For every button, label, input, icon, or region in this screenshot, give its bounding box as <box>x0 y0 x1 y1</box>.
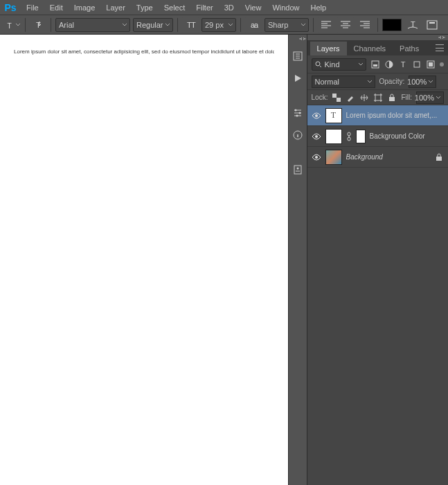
opacity-label: Opacity: <box>379 78 405 85</box>
panel-tabs: Layers Channels Paths <box>307 40 448 55</box>
opacity-input[interactable]: 100% <box>409 76 436 88</box>
font-size-icon: TT <box>182 17 199 33</box>
filter-kind-dropdown[interactable]: Kind <box>312 58 366 71</box>
menu-view[interactable]: View <box>240 0 267 15</box>
layer-name[interactable]: Background Color <box>370 132 444 140</box>
layer-row[interactable]: T Lorem ipsum dolor sit amet,... <box>307 105 448 126</box>
svg-rect-21 <box>414 62 420 67</box>
svg-point-28 <box>315 114 318 117</box>
lock-artboard-icon[interactable] <box>373 93 383 103</box>
align-left-icon[interactable] <box>318 17 334 33</box>
menu-3d[interactable]: 3D <box>219 0 240 15</box>
lock-position-icon[interactable] <box>359 93 369 103</box>
collapse-panels-icon[interactable] <box>307 35 448 40</box>
tab-channels[interactable]: Channels <box>347 42 393 55</box>
fill-value: 100% <box>415 94 434 102</box>
font-size-value: 29 px <box>205 21 224 29</box>
panel-menu-icon[interactable] <box>436 44 444 51</box>
fill-input[interactable]: 100% <box>416 91 444 104</box>
lock-row: Lock: Fill: 100% <box>307 90 448 105</box>
blend-row: Normal Opacity: 100% <box>307 73 448 90</box>
svg-rect-26 <box>375 95 381 100</box>
link-icon <box>346 132 352 141</box>
svg-point-16 <box>316 62 320 66</box>
layer-thumbnail <box>325 129 342 144</box>
menu-edit[interactable]: Edit <box>44 0 69 15</box>
canvas-text-layer[interactable]: Lorem ipsum dolor sit amet, consectetur … <box>14 48 274 55</box>
align-center-icon[interactable] <box>337 17 354 33</box>
menu-type[interactable]: Type <box>131 0 159 15</box>
svg-rect-23 <box>429 62 433 67</box>
layer-row[interactable]: Background Color <box>307 126 448 147</box>
lock-all-icon[interactable] <box>387 93 397 103</box>
menu-select[interactable]: Select <box>159 0 191 15</box>
properties-panel-icon[interactable] <box>290 162 305 177</box>
tab-paths[interactable]: Paths <box>393 42 426 55</box>
options-bar: T T Arial Regular TT 29 px aa Sharp T <box>0 15 448 35</box>
filter-shape-icon[interactable] <box>412 60 422 69</box>
svg-point-10 <box>294 109 296 112</box>
character-panel-icon[interactable] <box>424 17 440 33</box>
play-panel-icon[interactable] <box>290 71 305 86</box>
expand-panels-icon[interactable] <box>289 36 306 42</box>
svg-rect-7 <box>427 21 437 29</box>
layer-mask-thumbnail <box>356 130 366 143</box>
tab-layers[interactable]: Layers <box>310 42 347 55</box>
blend-mode-value: Normal <box>315 78 339 86</box>
font-weight-value: Regular <box>136 21 163 29</box>
workspace: Lorem ipsum dolor sit amet, consectetur … <box>0 35 448 485</box>
font-weight-dropdown[interactable]: Regular <box>133 18 173 32</box>
align-right-icon[interactable] <box>357 17 373 33</box>
menu-filter[interactable]: Filter <box>190 0 218 15</box>
visibility-icon[interactable] <box>312 152 321 162</box>
svg-point-32 <box>315 156 318 159</box>
menu-file[interactable]: File <box>21 0 44 15</box>
lock-transparency-icon[interactable] <box>332 93 341 103</box>
svg-point-29 <box>315 135 318 138</box>
visibility-icon[interactable] <box>312 132 321 141</box>
layer-thumbnail: T <box>325 108 342 123</box>
layer-row[interactable]: Background <box>307 147 448 168</box>
filter-kind-label: Kind <box>325 60 340 69</box>
menu-window[interactable]: Window <box>267 0 305 15</box>
svg-rect-25 <box>337 98 341 102</box>
warp-text-icon[interactable]: T <box>404 17 421 33</box>
visibility-icon[interactable] <box>312 111 321 121</box>
filter-smart-icon[interactable] <box>426 60 436 69</box>
svg-rect-33 <box>436 157 442 161</box>
menu-help[interactable]: Help <box>305 0 332 15</box>
svg-rect-18 <box>373 64 377 67</box>
text-color-swatch[interactable] <box>382 19 402 31</box>
filter-pixel-icon[interactable] <box>370 60 380 69</box>
panels-column: Layers Channels Paths Kind T Normal Opac… <box>307 35 448 485</box>
menu-image[interactable]: Image <box>69 0 101 15</box>
app-logo: Ps <box>3 0 18 15</box>
history-panel-icon[interactable] <box>290 48 305 64</box>
adjustments-panel-icon[interactable] <box>290 105 305 121</box>
font-size-dropdown[interactable]: 29 px <box>201 18 236 32</box>
font-family-value: Arial <box>59 21 74 29</box>
font-family-dropdown[interactable]: Arial <box>55 18 130 32</box>
filter-adjust-icon[interactable] <box>384 60 394 69</box>
svg-text:T: T <box>191 21 196 29</box>
layer-name[interactable]: Lorem ipsum dolor sit amet,... <box>346 112 444 119</box>
text-orientation-icon[interactable]: T <box>30 17 46 33</box>
svg-rect-27 <box>389 97 395 101</box>
layer-name[interactable]: Background <box>346 153 431 161</box>
antialias-dropdown[interactable]: Sharp <box>265 18 309 32</box>
document-canvas[interactable]: Lorem ipsum dolor sit amet, consectetur … <box>0 35 288 485</box>
lock-pixels-icon[interactable] <box>346 93 355 103</box>
svg-text:T: T <box>7 21 11 29</box>
filter-type-icon[interactable]: T <box>398 60 408 69</box>
layers-list: T Lorem ipsum dolor sit amet,... Backgro… <box>307 105 448 485</box>
svg-point-11 <box>298 112 301 114</box>
svg-text:T: T <box>401 60 406 69</box>
type-tool-icon[interactable]: T <box>4 17 21 33</box>
info-panel-icon[interactable] <box>290 127 305 143</box>
svg-point-12 <box>296 115 298 117</box>
search-icon <box>315 61 322 68</box>
menu-layer[interactable]: Layer <box>100 0 131 15</box>
blend-mode-dropdown[interactable]: Normal <box>312 76 375 88</box>
filter-toggle[interactable] <box>440 62 444 67</box>
svg-rect-8 <box>429 22 435 24</box>
